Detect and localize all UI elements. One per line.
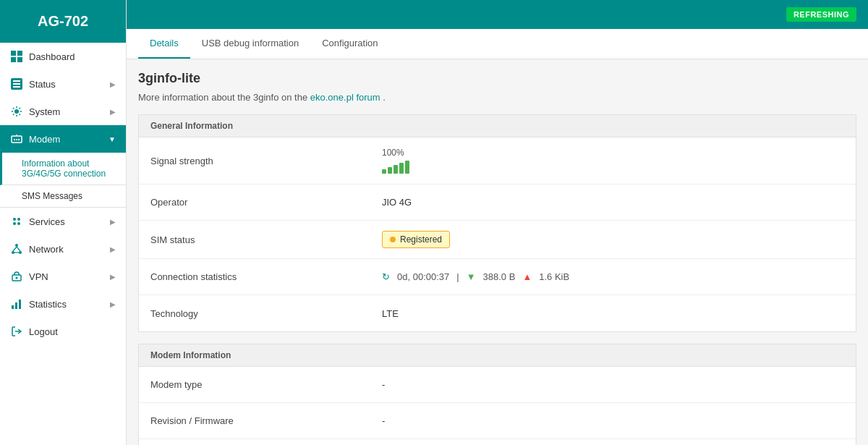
chevron-status: ▶ <box>110 80 116 88</box>
chevron-system: ▶ <box>110 108 116 116</box>
signal-container: 100% <box>382 148 844 174</box>
sidebar-label-vpn: VPN <box>29 271 110 282</box>
signal-bar-2 <box>388 167 392 174</box>
chevron-modem: ▼ <box>109 135 116 143</box>
services-icon <box>10 215 23 228</box>
modem-section-header: Modem Information <box>139 344 856 367</box>
signal-bars <box>382 161 409 174</box>
sidebar-label-statistics: Statistics <box>29 299 110 310</box>
svg-rect-26 <box>12 305 14 309</box>
conn-up: 1.6 KiB <box>539 271 569 282</box>
dashboard-icon <box>10 50 23 63</box>
label-revision-firmware: Revision / Firmware <box>150 415 382 426</box>
sidebar-label-dashboard: Dashboard <box>29 51 116 62</box>
general-info-section: General Information Signal strength 100% <box>138 114 856 332</box>
forum-link[interactable]: eko.one.pl forum <box>310 92 380 103</box>
chevron-vpn: ▶ <box>110 273 116 281</box>
row-technology: Technology LTE <box>139 295 856 331</box>
svg-rect-11 <box>16 139 17 140</box>
svg-point-18 <box>15 244 18 247</box>
svg-point-15 <box>17 218 20 221</box>
svg-rect-1 <box>17 51 22 56</box>
signal-bar-5 <box>405 161 409 174</box>
refreshing-badge: REFRESHING <box>786 7 856 22</box>
modem-icon <box>10 132 23 145</box>
sim-registered-badge: Registered <box>382 231 450 248</box>
svg-point-25 <box>16 277 18 279</box>
sidebar-item-status[interactable]: Status ▶ <box>0 70 126 98</box>
vpn-icon <box>10 270 23 283</box>
chevron-services: ▶ <box>110 218 116 226</box>
sidebar-item-statistics[interactable]: Statistics ▶ <box>0 290 126 318</box>
main-content: REFRESHING Details USB debug information… <box>127 0 868 445</box>
signal-bar-3 <box>393 165 398 174</box>
svg-rect-5 <box>13 83 20 85</box>
statistics-icon <box>10 297 23 310</box>
sidebar-item-logout[interactable]: Logout <box>0 318 126 345</box>
value-sim-status: Registered <box>382 231 844 248</box>
svg-point-8 <box>14 109 19 114</box>
sidebar-item-dashboard[interactable]: Dashboard <box>0 43 126 70</box>
svg-rect-7 <box>13 86 20 88</box>
network-icon <box>10 242 23 255</box>
label-modem-type: Modem type <box>150 379 382 390</box>
svg-rect-2 <box>11 57 16 62</box>
signal-bar-1 <box>382 169 386 174</box>
label-technology: Technology <box>150 308 382 319</box>
app-logo: AG-702 <box>0 0 126 43</box>
system-icon <box>10 105 23 118</box>
row-sim-status: SIM status Registered <box>139 221 856 259</box>
label-signal-strength: Signal strength <box>150 156 382 166</box>
sidebar-item-network[interactable]: Network ▶ <box>0 235 126 263</box>
page-content: 3ginfo-lite More information about the 3… <box>127 59 868 445</box>
tab-details[interactable]: Details <box>138 29 190 59</box>
svg-rect-6 <box>13 80 20 82</box>
conn-stats-container: ↻ 0d, 00:00:37 | ▼ 388.0 B ▲ 1.6 KiB <box>382 271 844 282</box>
content-area: Details USB debug information Configurat… <box>127 29 868 445</box>
conn-time: 0d, 00:00:37 <box>397 271 449 282</box>
sidebar-label-system: System <box>29 106 110 117</box>
value-operator: JIO 4G <box>382 197 844 208</box>
sidebar-label-logout: Logout <box>29 326 116 337</box>
svg-rect-3 <box>17 57 22 62</box>
signal-bar-4 <box>399 163 404 174</box>
row-ip-address: IP adress / Communication Port /dev/ttyU… <box>139 439 856 445</box>
signal-percent: 100% <box>382 148 404 158</box>
svg-point-16 <box>13 222 16 225</box>
label-connection-stats: Connection statistics <box>150 271 382 282</box>
svg-rect-0 <box>11 51 16 56</box>
svg-rect-27 <box>15 302 17 309</box>
value-revision-firmware: - <box>382 415 844 426</box>
sidebar-item-services[interactable]: Services ▶ <box>0 208 126 235</box>
row-modem-type: Modem type - <box>139 367 856 403</box>
value-modem-type: - <box>382 379 844 390</box>
sidebar-label-network: Network <box>29 244 110 255</box>
sidebar-label-modem: Modem <box>29 134 109 145</box>
clock-icon: ↻ <box>382 271 390 282</box>
sidebar: AG-702 Dashboard Status ▶ System ▶ Modem… <box>0 0 127 445</box>
tab-usb-debug[interactable]: USB debug information <box>190 29 310 59</box>
sidebar-subitem-3g-info[interactable]: Information about 3G/4G/5G connection <box>0 153 126 185</box>
page-description: More information about the 3ginfo on the… <box>138 92 856 103</box>
svg-point-17 <box>17 222 20 225</box>
sidebar-label-services: Services <box>29 216 110 227</box>
sidebar-item-system[interactable]: System ▶ <box>0 98 126 125</box>
row-operator: Operator JIO 4G <box>139 185 856 221</box>
label-operator: Operator <box>150 197 382 208</box>
chevron-statistics: ▶ <box>110 300 116 308</box>
chevron-network: ▶ <box>110 245 116 253</box>
value-technology: LTE <box>382 308 844 319</box>
sidebar-subitem-sms[interactable]: SMS Messages <box>0 185 126 208</box>
modem-info-section: Modem Information Modem type - Revision … <box>138 344 856 445</box>
page-title: 3ginfo-lite <box>138 71 856 86</box>
svg-rect-10 <box>14 139 15 140</box>
row-revision-firmware: Revision / Firmware - <box>139 403 856 439</box>
sidebar-item-vpn[interactable]: VPN ▶ <box>0 263 126 290</box>
tab-configuration[interactable]: Configuration <box>310 29 389 59</box>
svg-point-14 <box>13 218 16 221</box>
tabs-bar: Details USB debug information Configurat… <box>127 29 868 59</box>
sidebar-item-modem[interactable]: Modem ▼ <box>0 125 126 153</box>
svg-line-22 <box>17 247 20 251</box>
topbar: REFRESHING <box>127 0 868 29</box>
logout-icon <box>10 325 23 338</box>
